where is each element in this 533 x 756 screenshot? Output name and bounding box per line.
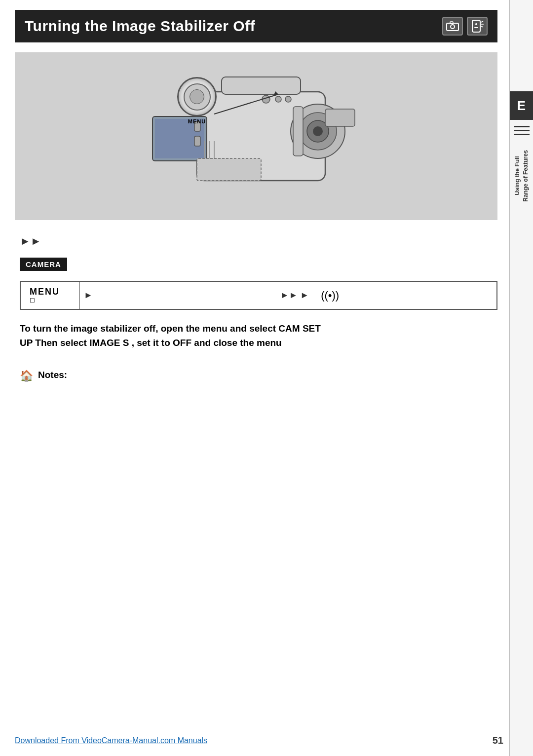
menu-flow-cell-1: MENU ☐ [21, 282, 80, 309]
menu-circle-button[interactable] [177, 77, 217, 116]
camera-mode-icon [442, 17, 463, 36]
svg-rect-29 [293, 107, 303, 156]
menu-flow-diagram: MENU ☐ ► ►► ► ((•)) [20, 281, 497, 310]
letter-e: E [517, 98, 526, 113]
svg-rect-3 [472, 20, 480, 32]
page-title: Turning the Image Stabilizer Off [25, 18, 255, 35]
svg-point-1 [451, 25, 455, 29]
svg-line-9 [214, 94, 278, 114]
breadcrumb-area: ►► [20, 235, 503, 248]
svg-point-4 [475, 23, 477, 25]
notes-icon: 🏠 [20, 370, 33, 382]
svg-rect-19 [325, 109, 355, 126]
page-container: E Using the Full Range of Features Turni… [0, 0, 533, 756]
page-number: 51 [493, 735, 503, 746]
sidebar-label-line1: Using the Full [514, 156, 521, 195]
notes-label: Notes: [38, 370, 67, 380]
sidebar-rotated-label: Using the Full Range of Features [513, 150, 530, 202]
menu-button-label: MENU [188, 118, 206, 124]
menu-flow-cell-3: ((•)) [313, 283, 496, 308]
menu-circle-inner [184, 83, 211, 111]
menu-flow-cell-2 [97, 290, 276, 302]
camera-illustration-container: MENU [138, 62, 375, 210]
menu-flow-sub-1: ☐ [30, 297, 35, 304]
remote-icon-svg [470, 19, 484, 33]
instruction-line2: UP Then select IMAGE S , set it to OFF a… [20, 336, 494, 350]
sidebar-line-2 [514, 130, 530, 131]
title-icons-area [442, 17, 488, 36]
sidebar-line-3 [514, 134, 530, 135]
camera-icon-svg [446, 21, 459, 32]
page-footer: Downloaded From VideoCamera-Manual.com M… [15, 735, 503, 746]
camcorder-svg [138, 62, 375, 210]
menu-button-area: MENU [177, 77, 217, 124]
svg-rect-24 [194, 136, 200, 146]
side-tab: E Using the Full Range of Features [509, 0, 533, 756]
remote-icon [467, 17, 488, 36]
svg-line-6 [481, 21, 483, 22]
svg-rect-28 [197, 158, 261, 181]
menu-flow-label-1: MENU [30, 287, 60, 297]
sidebar-label-line2: Range of Features [522, 150, 529, 202]
circle-center [190, 89, 204, 104]
breadcrumb-arrows: ►► [20, 235, 41, 248]
main-content: Turning the Image Stabilizer Off [15, 0, 503, 382]
instruction-block: To turn the image stabilizer off, open t… [20, 322, 494, 350]
svg-point-15 [313, 126, 323, 136]
svg-rect-5 [474, 27, 478, 28]
camera-image-area: MENU [15, 52, 497, 220]
stabilizer-icon: ((•)) [321, 289, 339, 302]
title-bar: Turning the Image Stabilizer Off [15, 10, 497, 42]
footer-link[interactable]: Downloaded From VideoCamera-Manual.com M… [15, 736, 207, 745]
pointer-arrow-svg [214, 89, 288, 119]
instruction-line1: To turn the image stabilizer off, open t… [20, 322, 494, 336]
camera-badge: CAMERA [15, 248, 503, 271]
sidebar-line-1 [514, 126, 530, 127]
camera-badge-text: CAMERA [20, 258, 67, 271]
sidebar-lines [514, 126, 530, 135]
letter-e-box: E [510, 91, 533, 120]
menu-flow-arrow-1: ► [80, 290, 97, 301]
notes-section: 🏠 Notes: [20, 370, 503, 382]
menu-flow-arrow-2: ►► ► [276, 290, 313, 301]
svg-line-8 [481, 26, 483, 27]
